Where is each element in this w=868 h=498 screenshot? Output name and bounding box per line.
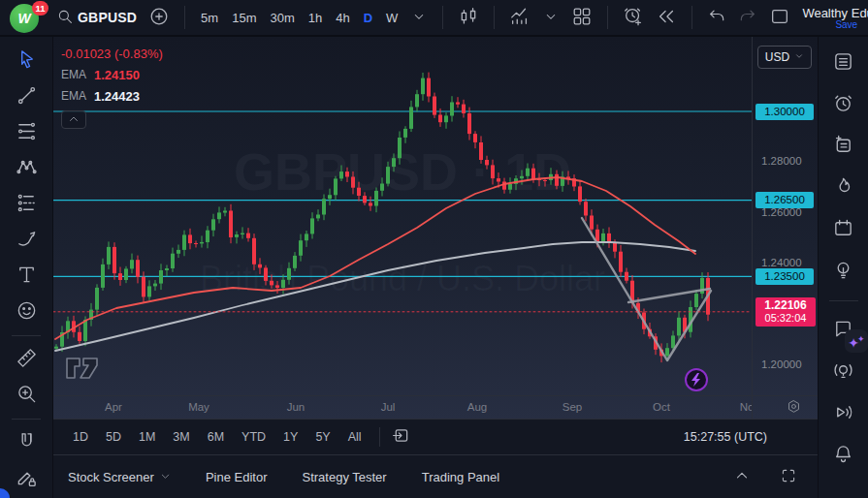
zoom-in-tool-button[interactable] [10,383,43,408]
range-5d[interactable]: 5D [99,426,128,448]
ema-fast-value: 1.24150 [94,68,140,82]
account-menu[interactable]: Wealthy Educ... Save [802,6,868,30]
user-menu-button[interactable]: W 11 [8,1,50,34]
text-tool-button[interactable] [10,264,43,289]
fib-retracement-tool-button[interactable] [10,120,43,145]
trading-panel-tab[interactable]: Trading Panel [422,470,499,484]
fullscreen-button[interactable] [777,465,800,488]
projection-tool-button[interactable] [10,192,43,217]
save-link[interactable]: Save [835,19,857,30]
flame-icon [832,175,854,202]
range-ytd[interactable]: YTD [235,426,273,448]
ai-sparkles-icon: ✦✦ [845,329,867,353]
alarm-clock-icon [832,92,854,118]
cursor-tool-button[interactable] [10,48,43,74]
emoji-tool-button[interactable] [10,299,43,325]
range-5y[interactable]: 5Y [308,426,337,448]
price-level-label: 1.30000 [755,104,814,120]
toolbar-divider [12,419,41,420]
ema-slow-legend[interactable]: EMA 1.24423 [61,89,163,104]
range-1m[interactable]: 1M [132,426,162,448]
ema-fast-legend[interactable]: EMA 1.24150 [61,68,163,82]
redo-button[interactable] [732,3,763,33]
month-label: Apr [105,401,122,413]
strategy-tester-tab[interactable]: Strategy Tester [302,470,386,484]
interval-1d-active[interactable]: D [357,7,379,29]
fullscreen-icon [780,467,797,487]
month-label: Nov [740,401,752,413]
trend-line-tool-button[interactable] [10,84,43,109]
watchlist-icon [832,50,854,77]
compare-add-button[interactable] [143,2,176,34]
range-1d[interactable]: 1D [66,426,95,448]
sidebar-divider [829,300,858,301]
magnet-icon [16,430,38,456]
save-layout-button[interactable] [763,2,796,34]
create-alert-button[interactable] [617,2,650,34]
watchlist-button[interactable] [827,50,860,76]
interval-4h[interactable]: 4h [329,7,356,29]
streams-button[interactable] [827,401,860,426]
undo-arrow-icon [707,7,726,29]
go-to-date-button[interactable] [391,425,411,450]
month-label: Jul [381,401,396,413]
xabcd-pattern-icon [16,156,38,182]
price-axis[interactable]: USD 1.300001.280001.265001.260001.240001… [752,37,818,419]
svg-text:GBPUSD · 1D: GBPUSD · 1D [234,142,571,201]
stock-screener-label: Stock Screener [68,470,154,484]
pine-editor-tab[interactable]: Pine Editor [206,470,268,484]
session-clock[interactable]: 15:27:55 (UTC) [684,430,818,444]
indicators-button[interactable] [503,2,536,34]
range-6m[interactable]: 6M [201,426,231,448]
pattern-xabcd-tool-button[interactable] [10,156,43,181]
layout-square-icon [769,6,790,30]
interval-1w[interactable]: W [379,7,404,29]
notes-button[interactable] [827,134,860,159]
undo-button[interactable] [701,3,732,33]
interval-1h[interactable]: 1h [302,7,329,29]
magnet-tool-button[interactable] [10,430,43,455]
alerts-button[interactable] [827,92,860,117]
brush-tool-button[interactable] [10,228,43,253]
expand-panel-button[interactable] [730,465,754,488]
currency-toggle-button[interactable]: USD [757,46,812,69]
live-streams-button[interactable] [827,359,860,385]
hotlists-button[interactable] [827,175,860,201]
ideas-button[interactable] [827,259,860,284]
notifications-button[interactable] [827,443,860,468]
range-1y[interactable]: 1Y [276,426,305,448]
redo-arrow-icon [738,7,757,29]
symbol-name: GBPUSD [78,10,137,25]
chat-button[interactable]: ✦✦ [827,318,860,343]
legend-collapse-button[interactable] [61,110,86,129]
projection-icon [16,192,38,218]
bulb-waves-icon [832,359,854,386]
interval-menu-button[interactable] [404,4,434,32]
zoom-in-icon [16,383,38,409]
range-all[interactable]: All [341,426,369,448]
plus-circle-icon [148,6,170,30]
chart-settings-button[interactable] [781,398,806,418]
account-name: Wealthy Educ... [802,6,868,20]
calendar-button[interactable] [827,217,860,242]
interval-15m[interactable]: 15m [225,7,263,29]
calendar-icon [832,217,854,243]
time-axis[interactable]: AprMayJunJulAugSepOctNov [53,395,818,419]
range-3m[interactable]: 3M [166,426,196,448]
measure-tool-button[interactable] [10,347,43,372]
indicators-menu-button[interactable] [536,4,565,32]
interval-5m[interactable]: 5m [194,7,225,29]
stock-screener-tab[interactable]: Stock Screener [68,470,171,484]
trading-panel-label: Trading Panel [422,470,499,484]
price-tick-label: 1.20000 [753,358,818,370]
symbol-search-button[interactable]: GBPUSD [50,4,143,32]
bar-replay-button[interactable] [650,2,683,34]
month-label: Sep [563,401,582,413]
replay-icon [656,6,677,30]
chart-style-button[interactable] [452,2,485,34]
month-labels: AprMayJunJulAugSepOctNov [53,396,752,420]
interval-30m[interactable]: 30m [263,7,301,29]
price-level-label: 1.23500 [755,268,814,285]
lock-drawings-button[interactable] [10,466,43,491]
layout-grid-button[interactable] [565,2,598,34]
